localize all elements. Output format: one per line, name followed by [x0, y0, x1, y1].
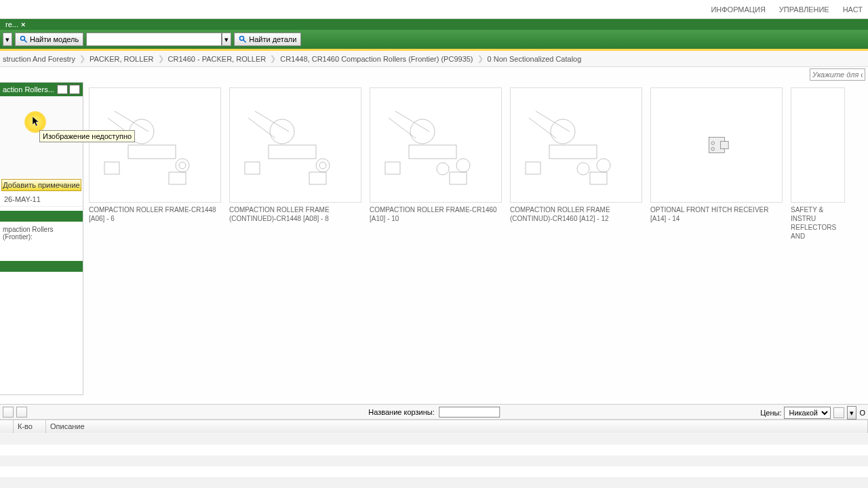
part-thumbnail [791, 87, 845, 203]
svg-point-15 [319, 162, 326, 169]
part-thumbnail [650, 87, 783, 203]
svg-point-21 [410, 119, 435, 144]
crumb-industry[interactable]: struction And Forestry [3, 55, 75, 63]
svg-point-13 [270, 119, 294, 144]
cart-table-header: К-во Описание [0, 420, 868, 433]
part-card[interactable]: SAFETY & INSTRU REFLECTORS AND [791, 87, 845, 390]
close-icon[interactable]: × [21, 20, 25, 28]
col-qty: К-во [14, 420, 46, 433]
prices-label: Цены: [760, 409, 781, 417]
section-header [0, 211, 83, 222]
panel-title: action Rollers... [3, 85, 54, 94]
svg-point-30 [597, 159, 610, 172]
empty-rows [0, 434, 868, 488]
svg-rect-12 [269, 145, 316, 159]
export-icon[interactable] [16, 407, 27, 418]
filter-row [0, 67, 868, 82]
price-select[interactable]: Никакой [784, 407, 831, 419]
chevron-right-icon: ❯ [270, 54, 276, 63]
save-icon[interactable] [3, 407, 14, 418]
tab-label: re... [5, 20, 18, 28]
crumb-packer[interactable]: PACKER, ROLLER [90, 55, 154, 63]
part-label: COMPACTION ROLLER FRAME-CR1448 [A06] - 6 [89, 205, 221, 223]
menu-settings[interactable]: НАСТ [843, 5, 863, 14]
svg-rect-27 [385, 162, 400, 174]
svg-point-22 [456, 159, 470, 172]
svg-line-3 [243, 40, 246, 43]
menu-bar: ИНФОРМАЦИЯ УПРАВЛЕНИЕ НАСТ [0, 0, 868, 19]
search-toolbar: ▾ Найти модель ▾ Найти детали [0, 30, 868, 49]
basket-name-label: Название корзины: [368, 408, 435, 416]
tab-model[interactable]: re... × [0, 19, 31, 30]
add-note-button[interactable]: Добавить примечание [1, 179, 81, 191]
svg-rect-28 [549, 145, 597, 159]
find-model-label: Найти модель [30, 35, 79, 43]
svg-line-1 [24, 40, 27, 43]
svg-line-25 [395, 111, 429, 131]
part-card[interactable]: COMPACTION ROLLER FRAME (CONTINUD)-CR146… [510, 87, 642, 390]
part-label: OPTIONAL FRONT HITCH RECEIVER [A14] - 14 [650, 205, 783, 223]
model-combo-input[interactable] [86, 33, 222, 46]
filter-input[interactable] [810, 68, 865, 81]
svg-point-0 [21, 37, 25, 41]
cart-toolbar: Название корзины: Цены: Никакой ▾ О [0, 405, 868, 420]
svg-point-2 [240, 37, 244, 41]
part-thumbnail [89, 87, 221, 203]
revision-date: 26-MAY-11 [0, 192, 83, 207]
cart-panel: Название корзины: Цены: Никакой ▾ О К-во… [0, 404, 868, 434]
model-combo-dropdown[interactable]: ▾ [222, 33, 231, 46]
svg-rect-34 [590, 172, 607, 184]
svg-point-31 [577, 163, 589, 175]
svg-rect-19 [245, 162, 260, 174]
svg-rect-18 [309, 172, 326, 184]
cursor-icon [33, 117, 41, 127]
crumb-model[interactable]: CR1460 - PACKER, ROLLER [168, 55, 267, 63]
left-panel: action Rollers... ☰ ▦ Изображение недост… [0, 82, 83, 395]
part-thumbnail [229, 87, 361, 203]
gear-dropdown[interactable]: ▾ [847, 406, 856, 420]
col-o-label: О [859, 409, 865, 417]
tab-bar: re... × [0, 19, 868, 30]
search-icon [20, 35, 28, 43]
gear-icon[interactable] [833, 407, 844, 418]
svg-rect-20 [409, 145, 456, 159]
svg-line-33 [536, 111, 570, 131]
svg-rect-35 [526, 162, 540, 174]
chevron-right-icon: ❯ [79, 54, 85, 63]
menu-info[interactable]: ИНФОРМАЦИЯ [711, 5, 765, 14]
svg-point-39 [711, 147, 715, 150]
history-dropdown[interactable]: ▾ [3, 33, 12, 46]
part-label: COMPACTION ROLLER FRAME-CR1460 [A10] - 1… [370, 205, 502, 223]
crumb-catalog[interactable]: CR1448, CR1460 Compaction Rollers (Front… [280, 55, 473, 63]
chevron-right-icon: ❯ [158, 54, 164, 63]
menu-manage[interactable]: УПРАВЛЕНИЕ [779, 5, 829, 14]
svg-rect-11 [104, 162, 119, 174]
find-parts-button[interactable]: Найти детали [234, 33, 301, 46]
find-parts-label: Найти детали [249, 35, 296, 43]
svg-rect-37 [720, 141, 728, 148]
part-label: COMPACTION ROLLER FRAME (CONTINUED)-CR14… [229, 205, 361, 223]
svg-point-29 [551, 119, 575, 144]
view-list-icon[interactable]: ☰ [57, 85, 68, 94]
svg-point-23 [437, 163, 449, 175]
view-grid-icon[interactable]: ▦ [69, 85, 80, 94]
crumb-section[interactable]: 0 Non Sectionalized Catalog [488, 55, 582, 63]
part-thumbnail [510, 87, 642, 203]
part-card[interactable]: COMPACTION ROLLER FRAME (CONTINUED)-CR14… [229, 87, 361, 390]
parts-grid: COMPACTION ROLLER FRAME-CR1448 [A06] - 6… [83, 82, 868, 395]
chevron-right-icon: ❯ [477, 54, 484, 63]
section-label: mpaction Rollers (Frontier): [0, 222, 83, 245]
main-area: action Rollers... ☰ ▦ Изображение недост… [0, 82, 868, 395]
col-description: Описание [46, 420, 868, 433]
part-card[interactable]: OPTIONAL FRONT HITCH RECEIVER [A14] - 14 [650, 87, 783, 390]
panel-header: action Rollers... ☰ ▦ [0, 83, 83, 96]
svg-line-9 [115, 111, 149, 131]
part-card[interactable]: COMPACTION ROLLER FRAME-CR1460 [A10] - 1… [370, 87, 502, 390]
col-handle [0, 420, 14, 433]
part-thumbnail [370, 87, 502, 203]
thumbnail-area: Изображение недоступно [0, 96, 83, 178]
find-model-button[interactable]: Найти модель [15, 33, 83, 46]
basket-name-input[interactable] [439, 407, 500, 418]
svg-point-38 [711, 142, 715, 145]
svg-point-7 [179, 162, 186, 169]
